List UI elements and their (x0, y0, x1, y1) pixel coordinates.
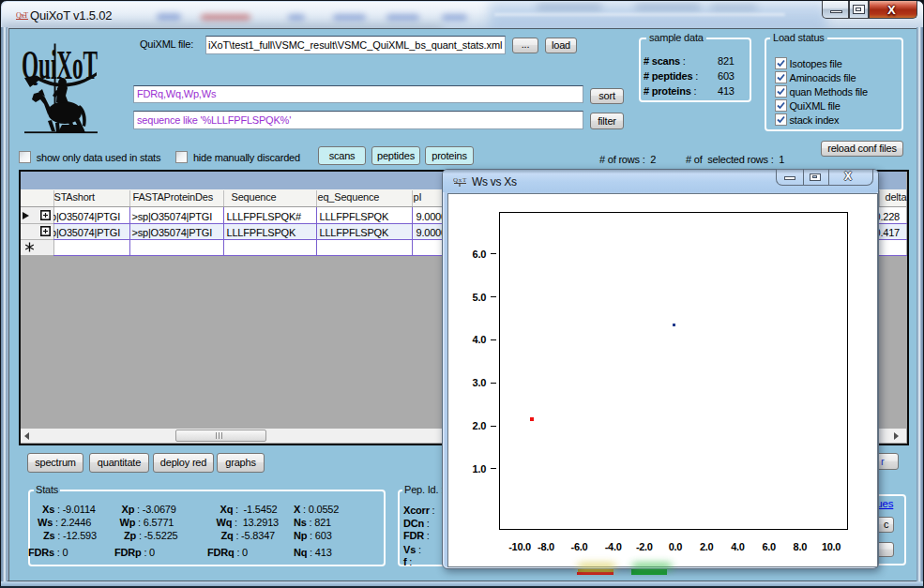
svg-text:QxT: QxT (453, 176, 467, 184)
